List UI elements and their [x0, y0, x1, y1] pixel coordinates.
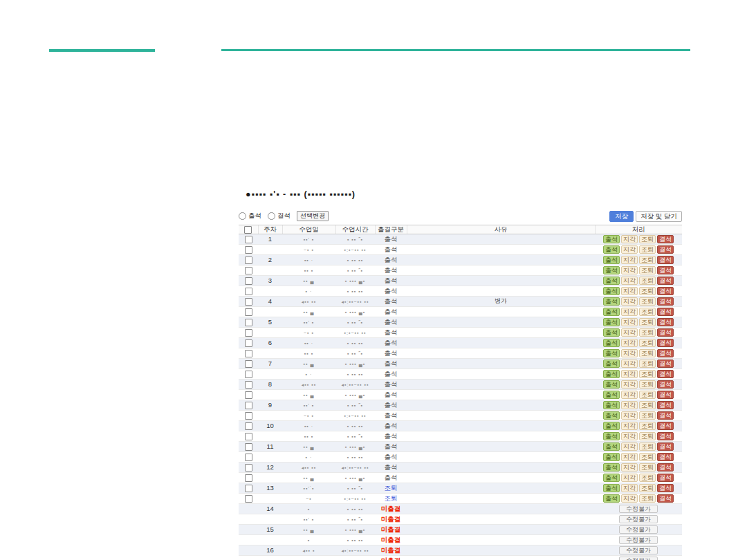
late-button[interactable]: 지각 [621, 349, 638, 357]
early-button[interactable]: 조퇴 [639, 349, 656, 357]
early-button[interactable]: 조퇴 [639, 339, 656, 347]
radio-absent[interactable]: 결석 [268, 212, 290, 221]
present-button[interactable]: 출석 [603, 484, 620, 492]
row-checkbox[interactable] [245, 371, 252, 378]
present-button[interactable]: 출석 [603, 411, 620, 420]
row-checkbox[interactable] [245, 412, 252, 420]
late-button[interactable]: 지각 [621, 484, 638, 492]
early-button[interactable]: 조퇴 [639, 287, 656, 295]
absent-button[interactable]: 결석 [657, 277, 674, 285]
absent-button[interactable]: 결석 [657, 235, 674, 243]
late-button[interactable]: 지각 [621, 308, 638, 316]
early-button[interactable]: 조퇴 [639, 474, 656, 482]
late-button[interactable]: 지각 [621, 474, 638, 482]
absent-button[interactable]: 결석 [657, 308, 674, 316]
early-button[interactable]: 조퇴 [639, 308, 656, 316]
early-button[interactable]: 조퇴 [639, 318, 656, 326]
absent-button[interactable]: 결석 [657, 245, 674, 254]
early-button[interactable]: 조퇴 [639, 442, 656, 451]
row-checkbox[interactable] [245, 360, 252, 368]
late-button[interactable]: 지각 [621, 318, 638, 326]
row-checkbox[interactable] [245, 236, 252, 243]
present-button[interactable]: 출석 [603, 432, 620, 440]
absent-button[interactable]: 결석 [657, 494, 674, 503]
row-checkbox[interactable] [245, 319, 252, 326]
absent-button[interactable]: 결석 [657, 463, 674, 472]
late-button[interactable]: 지각 [621, 328, 638, 337]
absent-button[interactable]: 결석 [657, 287, 674, 295]
present-button[interactable]: 출석 [603, 266, 620, 274]
early-button[interactable]: 조퇴 [639, 453, 656, 461]
row-checkbox[interactable] [245, 485, 252, 492]
present-button[interactable]: 출석 [603, 287, 620, 295]
late-button[interactable]: 지각 [621, 494, 638, 503]
present-button[interactable]: 출석 [603, 318, 620, 326]
absent-button[interactable]: 결석 [657, 297, 674, 306]
absent-button[interactable]: 결석 [657, 401, 674, 409]
early-button[interactable]: 조퇴 [639, 328, 656, 337]
present-button[interactable]: 출석 [603, 277, 620, 285]
late-button[interactable]: 지각 [621, 297, 638, 306]
row-checkbox[interactable] [245, 454, 252, 461]
late-button[interactable]: 지각 [621, 256, 638, 264]
row-checkbox[interactable] [245, 256, 252, 264]
present-button[interactable]: 출석 [603, 328, 620, 337]
early-button[interactable]: 조퇴 [639, 245, 656, 254]
late-button[interactable]: 지각 [621, 370, 638, 378]
row-checkbox[interactable] [245, 474, 252, 482]
absent-button[interactable]: 결석 [657, 339, 674, 347]
late-button[interactable]: 지각 [621, 360, 638, 368]
present-button[interactable]: 출석 [603, 494, 620, 503]
early-button[interactable]: 조퇴 [639, 256, 656, 264]
present-button[interactable]: 출석 [603, 339, 620, 347]
early-button[interactable]: 조퇴 [639, 494, 656, 503]
early-button[interactable]: 조퇴 [639, 411, 656, 420]
radio-absent-circle-icon[interactable] [268, 212, 275, 220]
late-button[interactable]: 지각 [621, 422, 638, 430]
present-button[interactable]: 출석 [603, 401, 620, 409]
late-button[interactable]: 지각 [621, 339, 638, 347]
early-button[interactable]: 조퇴 [639, 235, 656, 243]
row-checkbox[interactable] [245, 402, 252, 409]
late-button[interactable]: 지각 [621, 463, 638, 472]
late-button[interactable]: 지각 [621, 432, 638, 440]
save-button[interactable]: 저장 [609, 211, 634, 222]
present-button[interactable]: 출석 [603, 235, 620, 243]
early-button[interactable]: 조퇴 [639, 484, 656, 492]
present-button[interactable]: 출석 [603, 370, 620, 378]
late-button[interactable]: 지각 [621, 453, 638, 461]
present-button[interactable]: 출석 [603, 442, 620, 451]
absent-button[interactable]: 결석 [657, 453, 674, 461]
present-button[interactable]: 출석 [603, 256, 620, 264]
present-button[interactable]: 출석 [603, 245, 620, 254]
row-checkbox[interactable] [245, 443, 252, 451]
absent-button[interactable]: 결석 [657, 380, 674, 389]
present-button[interactable]: 출석 [603, 422, 620, 430]
absent-button[interactable]: 결석 [657, 391, 674, 399]
row-checkbox[interactable] [245, 381, 252, 389]
early-button[interactable]: 조퇴 [639, 463, 656, 472]
absent-button[interactable]: 결석 [657, 370, 674, 378]
row-checkbox[interactable] [245, 329, 252, 337]
present-button[interactable]: 출석 [603, 308, 620, 316]
late-button[interactable]: 지각 [621, 235, 638, 243]
apply-selection-button[interactable]: 선택변경 [297, 211, 329, 221]
row-checkbox[interactable] [245, 495, 252, 503]
late-button[interactable]: 지각 [621, 411, 638, 420]
early-button[interactable]: 조퇴 [639, 401, 656, 409]
late-button[interactable]: 지각 [621, 391, 638, 399]
present-button[interactable]: 출석 [603, 360, 620, 368]
present-button[interactable]: 출석 [603, 474, 620, 482]
present-button[interactable]: 출석 [603, 391, 620, 399]
absent-button[interactable]: 결석 [657, 256, 674, 264]
absent-button[interactable]: 결석 [657, 422, 674, 430]
late-button[interactable]: 지각 [621, 266, 638, 274]
early-button[interactable]: 조퇴 [639, 370, 656, 378]
row-checkbox[interactable] [245, 267, 252, 274]
present-button[interactable]: 출석 [603, 380, 620, 389]
early-button[interactable]: 조퇴 [639, 422, 656, 430]
absent-button[interactable]: 결석 [657, 411, 674, 420]
late-button[interactable]: 지각 [621, 401, 638, 409]
absent-button[interactable]: 결석 [657, 474, 674, 482]
early-button[interactable]: 조퇴 [639, 266, 656, 274]
